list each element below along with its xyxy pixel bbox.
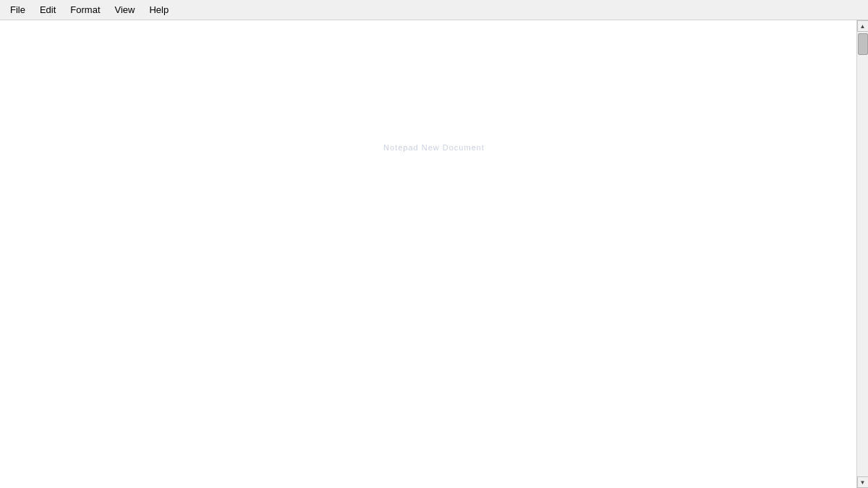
scroll-track[interactable] <box>857 32 868 476</box>
menu-file[interactable]: File <box>3 1 33 18</box>
scroll-thumb[interactable] <box>858 33 868 55</box>
scroll-down-arrow[interactable]: ▼ <box>857 476 869 488</box>
menu-view[interactable]: View <box>108 1 142 18</box>
editor-container: Notepad New Document ▲ ▼ <box>0 20 868 488</box>
text-editor[interactable] <box>0 20 856 488</box>
menu-help[interactable]: Help <box>142 1 176 18</box>
menubar: File Edit Format View Help <box>0 0 868 20</box>
scrollbar-vertical: ▲ ▼ <box>856 20 868 488</box>
scroll-up-arrow[interactable]: ▲ <box>857 20 869 32</box>
menu-format[interactable]: Format <box>63 1 107 18</box>
menu-edit[interactable]: Edit <box>33 1 63 18</box>
